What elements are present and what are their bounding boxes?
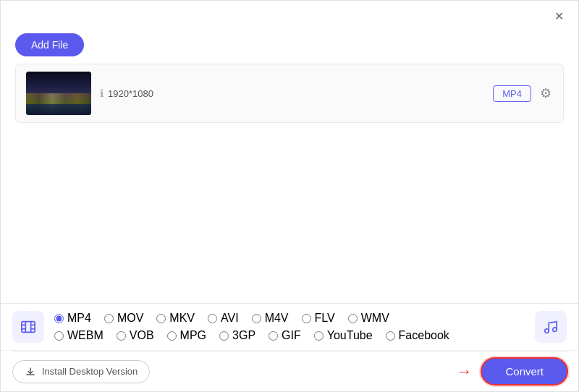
format-option-mp4[interactable]: MP4 [54,312,91,325]
format-row-1: MP4 MOV MKV AVI M4V [54,312,528,325]
format-option-gif[interactable]: GIF [269,329,301,342]
file-thumbnail [26,72,91,115]
title-bar: ✕ [1,1,578,29]
file-resolution: 1920*1080 [108,88,153,99]
file-item: ℹ 1920*1080 MP4 ⚙ [16,64,563,122]
format-option-vob[interactable]: VOB [117,329,154,342]
info-icon[interactable]: ℹ [100,88,103,99]
file-list: ℹ 1920*1080 MP4 ⚙ [15,64,564,123]
file-actions: MP4 ⚙ [493,84,553,103]
video-format-icon[interactable] [12,311,44,343]
audio-format-icon[interactable] [535,311,567,343]
format-option-webm[interactable]: WEBM [54,329,103,342]
format-option-wmv[interactable]: WMV [348,312,389,325]
format-option-flv[interactable]: FLV [302,312,335,325]
format-option-avi[interactable]: AVI [208,312,239,325]
convert-button[interactable]: Convert [482,359,567,384]
format-row-2: WEBM VOB MPG 3GP GIF [54,329,528,342]
format-options: MP4 MOV MKV AVI M4V [54,312,528,342]
bottom-bar: MP4 MOV MKV AVI M4V [1,303,578,391]
install-label: Install Desktop Version [42,366,138,377]
svg-point-8 [553,328,557,332]
settings-button[interactable]: ⚙ [538,84,553,103]
format-option-mpg[interactable]: MPG [167,329,206,342]
right-action-area: → Convert [456,359,567,384]
install-desktop-button[interactable]: Install Desktop Version [12,360,150,383]
close-button[interactable]: ✕ [550,8,568,25]
format-option-mkv[interactable]: MKV [156,312,195,325]
format-option-m4v[interactable]: M4V [252,312,289,325]
arrow-indicator: → [456,362,472,381]
music-icon [543,319,559,335]
format-badge[interactable]: MP4 [493,85,531,102]
action-bar: Install Desktop Version → Convert [1,351,578,391]
svg-point-7 [545,329,549,333]
format-bar: MP4 MOV MKV AVI M4V [1,304,578,351]
top-bar: Add File [1,29,578,64]
format-option-youtube[interactable]: YouTube [314,329,373,342]
format-option-3gp[interactable]: 3GP [219,329,255,342]
format-option-facebook[interactable]: Facebook [386,329,449,342]
format-option-mov[interactable]: MOV [104,312,143,325]
file-info: ℹ 1920*1080 [100,88,484,99]
empty-area [1,123,578,282]
download-icon [25,366,36,378]
add-file-button[interactable]: Add File [15,33,84,56]
film-icon [20,319,36,335]
svg-rect-0 [22,322,35,333]
